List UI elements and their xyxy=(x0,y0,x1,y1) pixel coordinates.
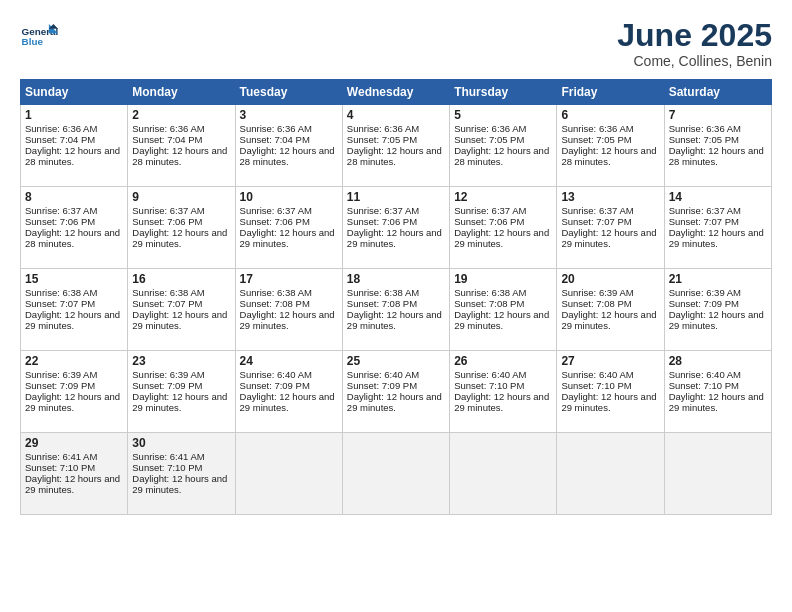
daylight-label: Daylight: 12 hours and 29 minutes. xyxy=(669,391,764,413)
header: General Blue June 2025 Come, Collines, B… xyxy=(20,18,772,69)
sunset-label: Sunset: 7:08 PM xyxy=(240,298,310,309)
daylight-label: Daylight: 12 hours and 29 minutes. xyxy=(669,227,764,249)
empty-cell xyxy=(664,433,771,515)
sunrise-label: Sunrise: 6:38 AM xyxy=(25,287,97,298)
daylight-label: Daylight: 12 hours and 28 minutes. xyxy=(25,145,120,167)
sunrise-label: Sunrise: 6:37 AM xyxy=(132,205,204,216)
day-number: 28 xyxy=(669,354,767,368)
day-number: 30 xyxy=(132,436,230,450)
logo-icon: General Blue xyxy=(20,18,58,56)
day-number: 10 xyxy=(240,190,338,204)
calendar-week-row: 29 Sunrise: 6:41 AM Sunset: 7:10 PM Dayl… xyxy=(21,433,772,515)
sunset-label: Sunset: 7:08 PM xyxy=(561,298,631,309)
day-number: 26 xyxy=(454,354,552,368)
table-row: 4 Sunrise: 6:36 AM Sunset: 7:05 PM Dayli… xyxy=(342,105,449,187)
daylight-label: Daylight: 12 hours and 29 minutes. xyxy=(561,309,656,331)
header-monday: Monday xyxy=(128,80,235,105)
sunrise-label: Sunrise: 6:37 AM xyxy=(240,205,312,216)
day-number: 29 xyxy=(25,436,123,450)
table-row: 6 Sunrise: 6:36 AM Sunset: 7:05 PM Dayli… xyxy=(557,105,664,187)
svg-text:Blue: Blue xyxy=(22,36,44,47)
table-row: 24 Sunrise: 6:40 AM Sunset: 7:09 PM Dayl… xyxy=(235,351,342,433)
table-row: 21 Sunrise: 6:39 AM Sunset: 7:09 PM Dayl… xyxy=(664,269,771,351)
sunset-label: Sunset: 7:05 PM xyxy=(347,134,417,145)
sunset-label: Sunset: 7:09 PM xyxy=(669,298,739,309)
sunset-label: Sunset: 7:10 PM xyxy=(25,462,95,473)
sunset-label: Sunset: 7:04 PM xyxy=(25,134,95,145)
daylight-label: Daylight: 12 hours and 28 minutes. xyxy=(454,145,549,167)
sunrise-label: Sunrise: 6:40 AM xyxy=(454,369,526,380)
sunrise-label: Sunrise: 6:39 AM xyxy=(25,369,97,380)
table-row: 14 Sunrise: 6:37 AM Sunset: 7:07 PM Dayl… xyxy=(664,187,771,269)
day-number: 9 xyxy=(132,190,230,204)
empty-cell xyxy=(557,433,664,515)
day-number: 20 xyxy=(561,272,659,286)
daylight-label: Daylight: 12 hours and 29 minutes. xyxy=(240,227,335,249)
calendar-subtitle: Come, Collines, Benin xyxy=(617,53,772,69)
table-row: 10 Sunrise: 6:37 AM Sunset: 7:06 PM Dayl… xyxy=(235,187,342,269)
sunrise-label: Sunrise: 6:41 AM xyxy=(25,451,97,462)
sunset-label: Sunset: 7:08 PM xyxy=(454,298,524,309)
empty-cell xyxy=(235,433,342,515)
sunset-label: Sunset: 7:08 PM xyxy=(347,298,417,309)
sunrise-label: Sunrise: 6:38 AM xyxy=(454,287,526,298)
daylight-label: Daylight: 12 hours and 29 minutes. xyxy=(240,309,335,331)
table-row: 15 Sunrise: 6:38 AM Sunset: 7:07 PM Dayl… xyxy=(21,269,128,351)
days-header-row: Sunday Monday Tuesday Wednesday Thursday… xyxy=(21,80,772,105)
sunrise-label: Sunrise: 6:37 AM xyxy=(347,205,419,216)
sunrise-label: Sunrise: 6:38 AM xyxy=(132,287,204,298)
daylight-label: Daylight: 12 hours and 29 minutes. xyxy=(240,391,335,413)
sunrise-label: Sunrise: 6:37 AM xyxy=(25,205,97,216)
daylight-label: Daylight: 12 hours and 29 minutes. xyxy=(347,391,442,413)
daylight-label: Daylight: 12 hours and 29 minutes. xyxy=(132,391,227,413)
sunrise-label: Sunrise: 6:36 AM xyxy=(132,123,204,134)
sunset-label: Sunset: 7:07 PM xyxy=(669,216,739,227)
daylight-label: Daylight: 12 hours and 29 minutes. xyxy=(25,309,120,331)
day-number: 8 xyxy=(25,190,123,204)
sunset-label: Sunset: 7:06 PM xyxy=(454,216,524,227)
header-sunday: Sunday xyxy=(21,80,128,105)
calendar-body: 1 Sunrise: 6:36 AM Sunset: 7:04 PM Dayli… xyxy=(21,105,772,515)
table-row: 11 Sunrise: 6:37 AM Sunset: 7:06 PM Dayl… xyxy=(342,187,449,269)
table-row: 30 Sunrise: 6:41 AM Sunset: 7:10 PM Dayl… xyxy=(128,433,235,515)
sunrise-label: Sunrise: 6:37 AM xyxy=(454,205,526,216)
table-row: 18 Sunrise: 6:38 AM Sunset: 7:08 PM Dayl… xyxy=(342,269,449,351)
table-row: 26 Sunrise: 6:40 AM Sunset: 7:10 PM Dayl… xyxy=(450,351,557,433)
sunrise-label: Sunrise: 6:39 AM xyxy=(561,287,633,298)
day-number: 22 xyxy=(25,354,123,368)
daylight-label: Daylight: 12 hours and 29 minutes. xyxy=(132,227,227,249)
daylight-label: Daylight: 12 hours and 28 minutes. xyxy=(25,227,120,249)
sunrise-label: Sunrise: 6:36 AM xyxy=(454,123,526,134)
sunset-label: Sunset: 7:10 PM xyxy=(669,380,739,391)
sunset-label: Sunset: 7:09 PM xyxy=(25,380,95,391)
daylight-label: Daylight: 12 hours and 29 minutes. xyxy=(669,309,764,331)
daylight-label: Daylight: 12 hours and 29 minutes. xyxy=(132,309,227,331)
sunrise-label: Sunrise: 6:38 AM xyxy=(347,287,419,298)
sunset-label: Sunset: 7:06 PM xyxy=(25,216,95,227)
sunrise-label: Sunrise: 6:39 AM xyxy=(669,287,741,298)
calendar-week-row: 1 Sunrise: 6:36 AM Sunset: 7:04 PM Dayli… xyxy=(21,105,772,187)
header-saturday: Saturday xyxy=(664,80,771,105)
daylight-label: Daylight: 12 hours and 29 minutes. xyxy=(347,227,442,249)
sunset-label: Sunset: 7:06 PM xyxy=(347,216,417,227)
table-row: 16 Sunrise: 6:38 AM Sunset: 7:07 PM Dayl… xyxy=(128,269,235,351)
day-number: 25 xyxy=(347,354,445,368)
table-row: 12 Sunrise: 6:37 AM Sunset: 7:06 PM Dayl… xyxy=(450,187,557,269)
day-number: 24 xyxy=(240,354,338,368)
sunrise-label: Sunrise: 6:37 AM xyxy=(561,205,633,216)
table-row: 28 Sunrise: 6:40 AM Sunset: 7:10 PM Dayl… xyxy=(664,351,771,433)
table-row: 27 Sunrise: 6:40 AM Sunset: 7:10 PM Dayl… xyxy=(557,351,664,433)
sunrise-label: Sunrise: 6:40 AM xyxy=(347,369,419,380)
table-row: 25 Sunrise: 6:40 AM Sunset: 7:09 PM Dayl… xyxy=(342,351,449,433)
table-row: 1 Sunrise: 6:36 AM Sunset: 7:04 PM Dayli… xyxy=(21,105,128,187)
sunset-label: Sunset: 7:05 PM xyxy=(454,134,524,145)
sunrise-label: Sunrise: 6:36 AM xyxy=(240,123,312,134)
sunset-label: Sunset: 7:07 PM xyxy=(561,216,631,227)
sunrise-label: Sunrise: 6:40 AM xyxy=(240,369,312,380)
day-number: 11 xyxy=(347,190,445,204)
table-row: 20 Sunrise: 6:39 AM Sunset: 7:08 PM Dayl… xyxy=(557,269,664,351)
daylight-label: Daylight: 12 hours and 29 minutes. xyxy=(347,309,442,331)
day-number: 16 xyxy=(132,272,230,286)
table-row: 17 Sunrise: 6:38 AM Sunset: 7:08 PM Dayl… xyxy=(235,269,342,351)
day-number: 7 xyxy=(669,108,767,122)
